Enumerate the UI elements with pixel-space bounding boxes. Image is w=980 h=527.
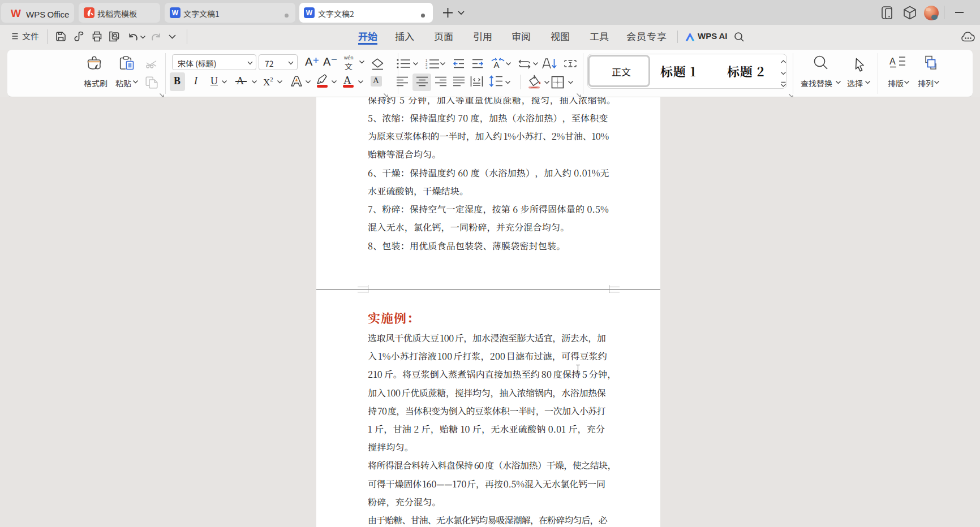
svg-text:A: A <box>889 57 896 66</box>
svg-text:W: W <box>172 9 179 17</box>
svg-text:A: A <box>494 60 500 70</box>
svg-text:W: W <box>11 7 21 19</box>
svg-text:2: 2 <box>425 63 428 66</box>
svg-text:1: 1 <box>425 59 428 62</box>
svg-text:W: W <box>306 9 313 17</box>
svg-text:3: 3 <box>425 66 428 69</box>
